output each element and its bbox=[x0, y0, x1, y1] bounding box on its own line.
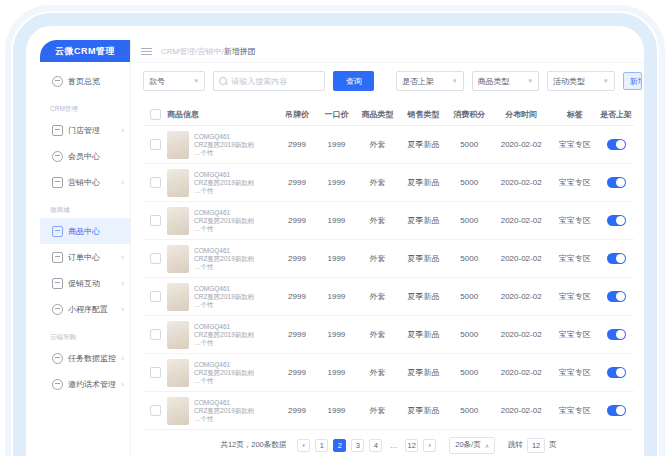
table-row: COMGQ461CRZ曼茜2019新款粉…个性29991999外套夏季新品500… bbox=[143, 126, 634, 164]
pagination-total: 共12页，200条数据 bbox=[220, 440, 286, 450]
collapse-menu-icon[interactable] bbox=[141, 45, 153, 57]
column-header: 分布时间 bbox=[491, 109, 552, 120]
product-title: CRZ曼茜2019新款粉 bbox=[194, 407, 254, 415]
product-image bbox=[167, 169, 189, 197]
page-button-4[interactable]: 4 bbox=[369, 439, 382, 452]
query-button[interactable]: 查询 bbox=[333, 71, 374, 91]
row-checkbox[interactable] bbox=[150, 329, 161, 340]
next-page-button[interactable]: › bbox=[423, 439, 436, 452]
date-cell: 2020-02-02 bbox=[491, 368, 552, 377]
label-cell: 宝宝专区 bbox=[552, 215, 598, 226]
row-checkbox[interactable] bbox=[150, 253, 161, 264]
on-shelf-cell bbox=[598, 139, 634, 150]
sidebar-item-marketing[interactable]: 营销中心› bbox=[40, 169, 130, 195]
row-checkbox[interactable] bbox=[150, 177, 161, 188]
points-cell: 5000 bbox=[448, 292, 491, 301]
page-size-value: 20条/页 bbox=[455, 440, 480, 450]
row-checkbox[interactable] bbox=[150, 139, 161, 150]
on-shelf-cell bbox=[598, 253, 634, 264]
jump-label: 跳转 bbox=[508, 440, 523, 450]
price-cell: 1999 bbox=[317, 254, 356, 263]
label-cell: 宝宝专区 bbox=[552, 253, 598, 264]
on-shelf-toggle[interactable] bbox=[607, 367, 626, 378]
add-button[interactable]: 新增 bbox=[623, 72, 642, 90]
row-checkbox[interactable] bbox=[150, 367, 161, 378]
product-title-more: …个性 bbox=[194, 377, 254, 385]
field-select[interactable]: 款号 ▼ bbox=[143, 71, 205, 91]
date-cell: 2020-02-02 bbox=[491, 254, 552, 263]
activity-type-select[interactable]: 活动类型 ▼ bbox=[547, 71, 615, 91]
sidebar-item-promotion[interactable]: 促销互动› bbox=[40, 270, 130, 296]
row-checkbox-cell bbox=[143, 177, 167, 188]
table-row: COMGQ461CRZ曼茜2019新款粉…个性29991999外套夏季新品500… bbox=[143, 392, 634, 430]
date-cell: 2020-02-02 bbox=[491, 140, 552, 149]
page-button-2[interactable]: 2 bbox=[333, 439, 346, 452]
product-type-select[interactable]: 商品类型 ▼ bbox=[472, 71, 540, 91]
sidebar-item-member[interactable]: 会员中心 bbox=[40, 143, 130, 169]
select-all-checkbox[interactable] bbox=[150, 109, 161, 120]
prev-page-button[interactable]: ‹ bbox=[297, 439, 310, 452]
column-header: 是否上架 bbox=[598, 109, 634, 120]
page-button-3[interactable]: 3 bbox=[351, 439, 364, 452]
table-row: COMGQ461CRZ曼茜2019新款粉…个性29991999外套夏季新品500… bbox=[143, 240, 634, 278]
sidebar-item-product[interactable]: 商品中心 bbox=[40, 218, 130, 244]
chevron-up-icon: ∧ bbox=[485, 442, 489, 449]
table-row: COMGQ461CRZ曼茜2019新款粉…个性29991999外套夏季新品500… bbox=[143, 354, 634, 392]
search-box[interactable] bbox=[213, 71, 325, 91]
points-cell: 5000 bbox=[448, 330, 491, 339]
row-checkbox-cell bbox=[143, 367, 167, 378]
on-shelf-toggle[interactable] bbox=[607, 177, 626, 188]
sidebar-item-monitor[interactable]: 任务数据监控› bbox=[40, 345, 130, 371]
script-icon bbox=[52, 379, 63, 390]
sidebar-item-order[interactable]: 订单中心› bbox=[40, 244, 130, 270]
sidebar-item-dashboard[interactable]: 首页总览 bbox=[40, 68, 130, 94]
product-title: CRZ曼茜2019新款粉 bbox=[194, 331, 254, 339]
on-shelf-toggle[interactable] bbox=[607, 215, 626, 226]
on-shelf-select-value: 是否上架 bbox=[402, 76, 434, 87]
row-checkbox[interactable] bbox=[150, 215, 161, 226]
tag-price-cell: 2999 bbox=[277, 140, 316, 149]
page-button-1[interactable]: 1 bbox=[315, 439, 328, 452]
category-cell: 外套 bbox=[356, 291, 399, 302]
page-ellipsis: … bbox=[387, 439, 400, 452]
on-shelf-toggle[interactable] bbox=[607, 405, 626, 416]
row-checkbox-cell bbox=[143, 291, 167, 302]
price-cell: 1999 bbox=[317, 140, 356, 149]
breadcrumb-segment: 营销中/ bbox=[197, 47, 223, 56]
price-cell: 1999 bbox=[317, 330, 356, 339]
sidebar-item-store[interactable]: 门店管理› bbox=[40, 117, 130, 143]
on-shelf-toggle[interactable] bbox=[607, 291, 626, 302]
date-cell: 2020-02-02 bbox=[491, 406, 552, 415]
on-shelf-cell bbox=[598, 405, 634, 416]
header-checkbox-cell bbox=[143, 109, 167, 120]
on-shelf-select[interactable]: 是否上架 ▼ bbox=[396, 71, 464, 91]
page-size-select[interactable]: 20条/页∧ bbox=[449, 437, 495, 454]
order-icon bbox=[52, 252, 63, 263]
sidebar-item-script[interactable]: 邀约话术管理› bbox=[40, 371, 130, 397]
product-sku: COMGQ461 bbox=[194, 247, 254, 255]
price-cell: 1999 bbox=[317, 216, 356, 225]
product-info-cell: COMGQ461CRZ曼茜2019新款粉…个性 bbox=[167, 131, 277, 159]
on-shelf-toggle[interactable] bbox=[607, 139, 626, 150]
label-cell: 宝宝专区 bbox=[552, 329, 598, 340]
sidebar-item-label: 小程序配置 bbox=[68, 304, 108, 315]
product-title-more: …个性 bbox=[194, 187, 254, 195]
on-shelf-toggle[interactable] bbox=[607, 329, 626, 340]
product-image bbox=[167, 321, 189, 349]
sidebar-item-miniprogram[interactable]: 小程序配置› bbox=[40, 296, 130, 322]
row-checkbox[interactable] bbox=[150, 291, 161, 302]
on-shelf-toggle[interactable] bbox=[607, 253, 626, 264]
brand-logo: 云微CRM管理 bbox=[40, 40, 130, 62]
row-checkbox-cell bbox=[143, 139, 167, 150]
row-checkbox[interactable] bbox=[150, 405, 161, 416]
page-content: 款号 ▼ 查询 是否上架 ▼ 商品类型 ▼ 活动类型 bbox=[131, 63, 646, 456]
miniprogram-icon bbox=[52, 304, 63, 315]
page-button-12[interactable]: 12 bbox=[405, 439, 418, 452]
search-input[interactable] bbox=[231, 77, 319, 86]
price-cell: 1999 bbox=[317, 406, 356, 415]
label-cell: 宝宝专区 bbox=[552, 177, 598, 188]
search-icon bbox=[219, 77, 227, 85]
jump-page-input[interactable] bbox=[527, 438, 545, 453]
product-name: COMGQ461CRZ曼茜2019新款粉…个性 bbox=[194, 323, 254, 347]
label-cell: 宝宝专区 bbox=[552, 367, 598, 378]
